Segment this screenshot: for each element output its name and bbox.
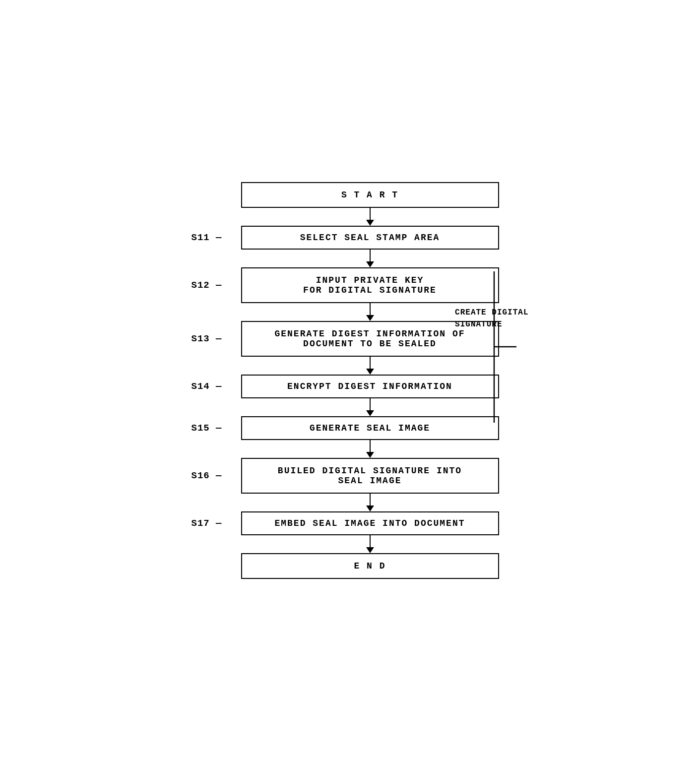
s14-row: S14 ― ENCRYPT DIGEST INFORMATION <box>226 375 514 398</box>
s14-box: ENCRYPT DIGEST INFORMATION <box>241 375 499 398</box>
bracket-label-text: CREATE DIGITALSIGNATURE <box>455 308 528 329</box>
s13-text: GENERATE DIGEST INFORMATION OFDOCUMENT T… <box>274 329 465 349</box>
s15-text: GENERATE SEAL IMAGE <box>310 423 430 433</box>
s17-text: EMBED SEAL IMAGE INTO DOCUMENT <box>274 518 465 528</box>
s16-row: S16 ― BUILED DIGITAL SIGNATURE INTOSEAL … <box>226 458 514 494</box>
flowchart: S T A R T S11 ― SELECT SEAL STAMP AREA S… <box>177 167 524 594</box>
s11-row: S11 ― SELECT SEAL STAMP AREA <box>226 226 514 250</box>
start-box: S T A R T <box>241 182 499 208</box>
s13-label: S13 ― <box>191 333 222 344</box>
main-flow: S T A R T S11 ― SELECT SEAL STAMP AREA S… <box>226 182 514 579</box>
s12-row: S12 ― INPUT PRIVATE KEYFOR DIGITAL SIGNA… <box>226 267 514 303</box>
s12-label: S12 ― <box>191 280 222 291</box>
s17-row: S17 ― EMBED SEAL IMAGE INTO DOCUMENT <box>226 511 514 535</box>
s15-box: GENERATE SEAL IMAGE <box>241 416 499 440</box>
s11-label: S11 ― <box>191 232 222 243</box>
end-row: E N D <box>226 553 514 579</box>
s11-box: SELECT SEAL STAMP AREA <box>241 226 499 250</box>
s16-box: BUILED DIGITAL SIGNATURE INTOSEAL IMAGE <box>241 458 499 494</box>
s14-label: S14 ― <box>191 381 222 392</box>
start-row: S T A R T <box>226 182 514 208</box>
start-label: S T A R T <box>341 190 398 200</box>
s12-box: INPUT PRIVATE KEYFOR DIGITAL SIGNATURE <box>241 267 499 303</box>
s14-text: ENCRYPT DIGEST INFORMATION <box>287 381 452 391</box>
end-box: E N D <box>241 553 499 579</box>
s11-text: SELECT SEAL STAMP AREA <box>300 233 440 243</box>
s15-row: S15 ― GENERATE SEAL IMAGE <box>226 416 514 440</box>
s17-box: EMBED SEAL IMAGE INTO DOCUMENT <box>241 511 499 535</box>
bracket-label: CREATE DIGITALSIGNATURE <box>455 307 528 330</box>
s16-text: BUILED DIGITAL SIGNATURE INTOSEAL IMAGE <box>278 466 462 486</box>
s12-text: INPUT PRIVATE KEYFOR DIGITAL SIGNATURE <box>303 275 437 295</box>
s15-label: S15 ― <box>191 423 222 434</box>
s17-label: S17 ― <box>191 518 222 529</box>
s16-label: S16 ― <box>191 470 222 481</box>
bracket-svg <box>489 271 519 423</box>
end-label: E N D <box>354 561 385 571</box>
